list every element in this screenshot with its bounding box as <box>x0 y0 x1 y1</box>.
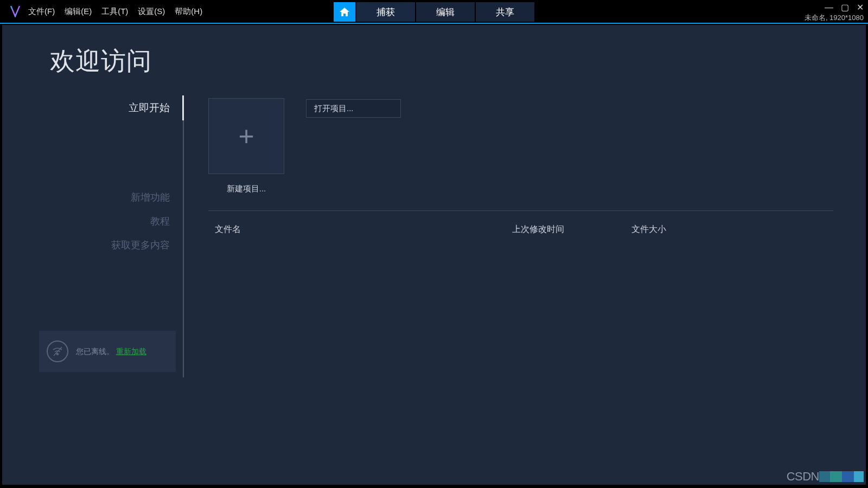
content-area: + 新建项目... 打开项目... 文件名 上次修改时间 文件大小 <box>208 98 833 235</box>
tab-share[interactable]: 共享 <box>476 2 534 22</box>
project-status-label: 未命名, 1920*1080 <box>805 13 864 23</box>
divider <box>208 210 833 211</box>
reload-link[interactable]: 重新加载 <box>116 347 146 356</box>
column-modified: 上次修改时间 <box>512 224 631 235</box>
welcome-title: 欢迎访问 <box>50 44 152 78</box>
sidebar-item-tutorials[interactable]: 教程 <box>37 209 183 233</box>
new-project-tile[interactable]: + 新建项目... <box>208 98 284 194</box>
menu-settings[interactable]: 设置(S) <box>138 7 165 17</box>
offline-notice: 您已离线。 重新加载 <box>39 331 176 372</box>
tab-home[interactable] <box>334 2 355 22</box>
menu-tools[interactable]: 工具(T) <box>101 7 128 17</box>
sidebar-item-get-started[interactable]: 立即开始 <box>37 95 183 120</box>
menu-help[interactable]: 帮助(H) <box>175 7 202 17</box>
offline-text: 您已离线。 重新加载 <box>76 346 146 357</box>
sidebar-item-whats-new[interactable]: 新增功能 <box>37 185 183 209</box>
tab-capture[interactable]: 捕获 <box>356 2 415 22</box>
minimize-icon[interactable]: — <box>825 3 833 12</box>
menubar: 文件(F) 编辑(E) 工具(T) 设置(S) 帮助(H) <box>28 7 202 17</box>
mode-tabs: 捕获 编辑 共享 <box>334 2 534 22</box>
tab-edit[interactable]: 编辑 <box>416 2 475 22</box>
menu-file[interactable]: 文件(F) <box>28 7 55 17</box>
app-logo-icon <box>9 5 22 18</box>
close-icon[interactable]: ✕ <box>857 3 864 12</box>
menu-edit[interactable]: 编辑(E) <box>65 7 92 17</box>
workspace: 欢迎访问 立即开始 新增功能 教程 获取更多内容 您已离线。 重新加载 + 新建… <box>2 25 866 485</box>
maximize-icon[interactable]: ▢ <box>841 3 849 12</box>
open-project-button[interactable]: 打开项目... <box>306 99 401 118</box>
offline-icon <box>47 341 68 362</box>
watermark: CSDN <box>787 470 864 484</box>
svg-point-0 <box>57 354 59 355</box>
window-controls: — ▢ ✕ <box>825 3 864 12</box>
sidebar-item-get-more[interactable]: 获取更多内容 <box>37 233 183 257</box>
welcome-sidebar: 立即开始 新增功能 教程 获取更多内容 您已离线。 重新加载 <box>37 95 184 377</box>
home-icon <box>340 8 349 16</box>
column-filename: 文件名 <box>208 224 512 235</box>
recent-files-header: 文件名 上次修改时间 文件大小 <box>208 224 833 235</box>
column-size: 文件大小 <box>631 224 833 235</box>
plus-icon: + <box>238 123 254 150</box>
new-project-label: 新建项目... <box>208 184 284 194</box>
